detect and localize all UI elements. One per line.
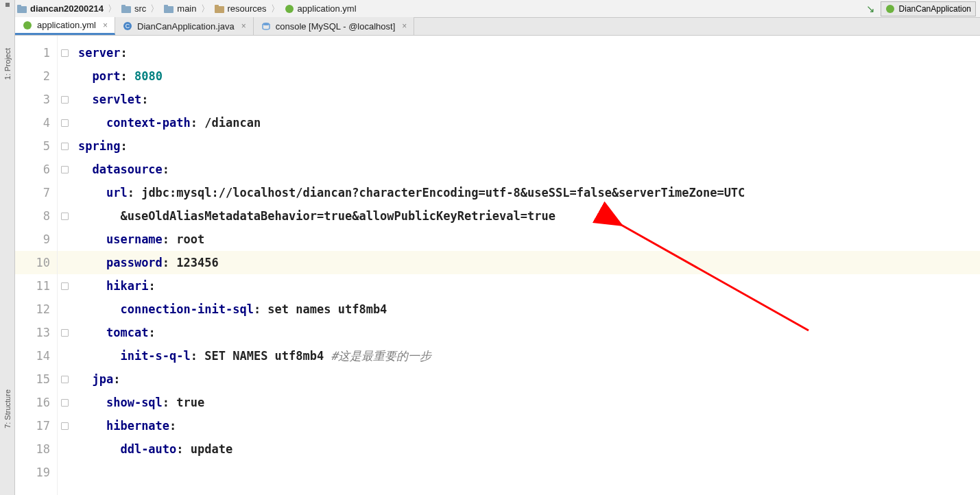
fold-marker[interactable] (58, 274, 71, 298)
breadcrumb-main[interactable]: main (162, 3, 198, 14)
close-icon[interactable]: × (103, 21, 108, 30)
svg-rect-7 (215, 5, 219, 8)
code-line[interactable]: context-path: /diancan (71, 111, 980, 134)
tab-application-yml[interactable]: application.yml × (15, 17, 115, 35)
tab-console-mysql[interactable]: console [MySQL - @localhost] × (254, 17, 415, 35)
breadcrumb-resources[interactable]: resources (213, 3, 268, 14)
line-number: 17 (15, 414, 57, 437)
tab-label: DianCanApplication.java (137, 21, 235, 32)
code-editor[interactable]: 12345678910111213141516171819 server: po… (15, 36, 980, 495)
line-number: 1 (15, 41, 57, 64)
code-line[interactable]: spring: (71, 134, 980, 158)
tool-strip-left: 1: Project 7: Structure (0, 0, 15, 495)
line-number: 19 (15, 461, 57, 484)
code-line[interactable]: port: 8080 (71, 64, 980, 88)
code-content[interactable]: server: port: 8080 servlet: context-path… (71, 36, 980, 495)
breadcrumb-label: main (177, 3, 196, 14)
run-configuration-selector[interactable]: DianCanApplication (881, 1, 976, 16)
fold-marker (58, 64, 71, 88)
breadcrumb-sep-icon: 〉 (147, 3, 162, 15)
fold-marker[interactable] (58, 391, 71, 414)
breadcrumb-label: diancan20200214 (30, 3, 104, 14)
folder-icon (121, 3, 132, 14)
fold-marker (58, 298, 71, 321)
fold-marker (58, 461, 71, 484)
tool-window-project[interactable]: 1: Project (3, 44, 12, 84)
spring-boot-icon (885, 4, 895, 14)
breadcrumb-file[interactable]: application.yml (283, 3, 358, 14)
breadcrumb-label: application.yml (298, 3, 357, 14)
svg-text:C: C (126, 23, 130, 29)
code-line[interactable]: hibernate: (71, 414, 980, 437)
fold-marker[interactable] (58, 367, 71, 391)
breadcrumb-label: src (134, 3, 146, 14)
close-icon[interactable]: × (241, 21, 246, 31)
code-line[interactable]: url: jdbc:mysql://localhost/diancan?char… (71, 181, 980, 204)
line-number: 7 (15, 181, 57, 204)
line-number: 13 (15, 321, 57, 344)
database-console-icon (261, 21, 272, 32)
editor-tabs: application.yml × C DianCanApplication.j… (0, 18, 980, 36)
svg-rect-3 (121, 5, 126, 8)
line-number: 15 (15, 367, 57, 391)
breadcrumb-sep-icon: 〉 (105, 3, 119, 15)
line-number: 14 (15, 344, 57, 367)
spring-config-icon (284, 3, 295, 14)
code-line[interactable]: connection-init-sql: set names utf8mb4 (71, 298, 980, 321)
fold-marker[interactable] (58, 204, 71, 228)
code-line[interactable]: hikari: (71, 274, 980, 298)
line-number: 18 (15, 437, 57, 461)
fold-marker (58, 181, 71, 204)
code-line[interactable]: ddl-auto: update (71, 437, 980, 461)
breadcrumb-src[interactable]: src (119, 3, 147, 14)
breadcrumb-project[interactable]: diancan20200214 (15, 3, 105, 14)
fold-marker[interactable] (58, 41, 71, 64)
line-number: 3 (15, 88, 57, 111)
svg-point-13 (263, 23, 270, 25)
fold-marker[interactable] (58, 88, 71, 111)
fold-marker (58, 228, 71, 251)
line-number: 10 (15, 251, 57, 274)
tab-label: console [MySQL - @localhost] (276, 21, 396, 32)
fold-marker[interactable] (58, 111, 71, 134)
svg-rect-5 (164, 5, 168, 8)
code-line[interactable]: &useOldAliasMetadataBehavior=true&allowP… (71, 204, 980, 228)
code-line[interactable]: datasource: (71, 158, 980, 181)
build-icon[interactable]: ↘ (865, 3, 876, 14)
code-line[interactable]: username: root (71, 228, 980, 251)
code-line[interactable] (71, 461, 980, 484)
toolbar-right: ↘ DianCanApplication (865, 0, 980, 17)
code-line[interactable]: tomcat: (71, 321, 980, 344)
folder-icon (163, 3, 174, 14)
code-line[interactable]: servlet: (71, 88, 980, 111)
tool-window-structure[interactable]: 7: Structure (3, 385, 12, 433)
fold-marker[interactable] (58, 134, 71, 158)
breadcrumb-sep-icon: 〉 (268, 3, 283, 15)
line-number-gutter: 12345678910111213141516171819 (15, 36, 58, 495)
code-line[interactable]: init-s-q-l: SET NAMES utf8mb4 #这是最重要的一步 (71, 344, 980, 367)
line-number: 6 (15, 158, 57, 181)
breadcrumb-label: resources (228, 3, 267, 14)
code-line[interactable]: server: (71, 41, 980, 64)
tab-diancanapplication-java[interactable]: C DianCanApplication.java × (115, 17, 254, 35)
fold-marker (58, 437, 71, 461)
close-icon[interactable]: × (402, 21, 407, 31)
resources-folder-icon (214, 3, 225, 14)
fold-gutter (58, 36, 71, 495)
fold-marker[interactable] (58, 414, 71, 437)
navigation-bar: diancan20200214 〉 src 〉 main 〉 resources… (0, 0, 980, 18)
line-number: 4 (15, 111, 57, 134)
fold-marker[interactable] (58, 158, 71, 181)
line-number: 16 (15, 391, 57, 414)
line-number: 2 (15, 64, 57, 88)
fold-marker[interactable] (58, 321, 71, 344)
code-line[interactable]: password: 123456 (71, 251, 980, 274)
module-icon (16, 3, 27, 14)
fold-marker (58, 344, 71, 367)
run-config-label: DianCanApplication (899, 4, 971, 14)
code-line[interactable]: jpa: (71, 367, 980, 391)
line-number: 8 (15, 204, 57, 228)
line-number: 9 (15, 228, 57, 251)
code-line[interactable]: show-sql: true (71, 391, 980, 414)
breadcrumb: diancan20200214 〉 src 〉 main 〉 resources… (15, 0, 358, 17)
